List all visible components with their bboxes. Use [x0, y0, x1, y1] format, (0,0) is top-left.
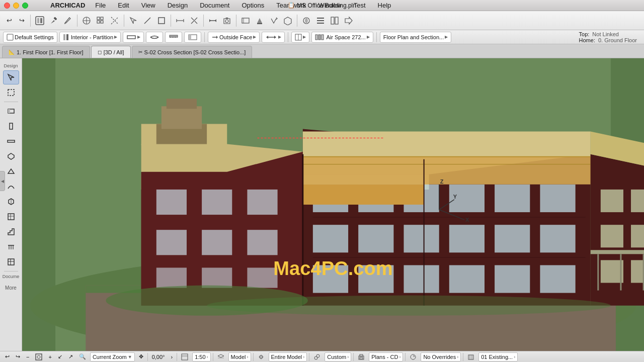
- scale-dropdown[interactable]: 1:50 ›: [192, 352, 210, 361]
- wall-tool[interactable]: [3, 104, 19, 118]
- display-button[interactable]: [300, 14, 313, 28]
- camera-button[interactable]: [220, 14, 233, 28]
- menu-file[interactable]: File: [93, 2, 108, 9]
- guidelines-button[interactable]: [108, 14, 121, 28]
- toolbar-collapse-handle[interactable]: ◀: [0, 171, 5, 191]
- no-overrides-dropdown[interactable]: No Overrides ›: [421, 352, 461, 361]
- zoom-next-btn[interactable]: ↗: [66, 352, 75, 361]
- separator-4: [171, 15, 171, 27]
- mesh-tool[interactable]: [3, 210, 19, 224]
- menu-help[interactable]: Help: [376, 2, 393, 9]
- top-label: Top:: [579, 31, 590, 37]
- outside-face-dropdown[interactable]: Outside Face ▶: [208, 32, 260, 43]
- menu-view[interactable]: View: [139, 2, 157, 9]
- angle-nav-icon: ›: [171, 354, 173, 360]
- window-title: 📋 MS Office Building.pln: [288, 2, 356, 9]
- shell-tool[interactable]: [3, 179, 19, 194]
- menu-document[interactable]: Document: [198, 2, 231, 9]
- trim-button[interactable]: [188, 14, 201, 28]
- tab-first-floor[interactable]: 📐 1. First Floor [1. First Floor]: [2, 46, 90, 58]
- angle-arrow[interactable]: ›: [169, 352, 175, 361]
- wall-type-dropdown[interactable]: Interior - Partition ▶: [59, 32, 121, 43]
- traffic-lights: [4, 3, 28, 9]
- floor-plan-dropdown[interactable]: Floor Plan and Section... ▶: [380, 32, 451, 43]
- svg-marker-152: [218, 354, 224, 357]
- hammer-button[interactable]: [47, 14, 60, 28]
- find-btn[interactable]: 🔍: [77, 352, 88, 361]
- left-sep-1: [4, 102, 18, 102]
- svg-rect-93: [156, 230, 187, 255]
- svg-rect-69: [8, 259, 14, 265]
- pan-tool-btn[interactable]: ✥: [137, 352, 145, 361]
- measure-button[interactable]: [174, 14, 187, 28]
- menu-design[interactable]: Design: [166, 2, 190, 9]
- snap-button[interactable]: [80, 14, 93, 28]
- top-value: Not Linked: [592, 31, 619, 37]
- railing-tool[interactable]: [3, 240, 19, 254]
- stair-tool[interactable]: [3, 225, 19, 239]
- roof-tool[interactable]: [3, 164, 19, 178]
- zoom-previous-btn[interactable]: ↙: [56, 352, 64, 361]
- arrow-tool[interactable]: [127, 14, 140, 28]
- section-button[interactable]: [206, 14, 219, 28]
- structure-type-dropdown[interactable]: ▶: [291, 32, 309, 43]
- main-toolbar: ↩ ↪: [0, 11, 644, 30]
- wall-shape-curved[interactable]: [146, 32, 163, 43]
- more-tools[interactable]: More: [3, 281, 19, 295]
- custom-dropdown[interactable]: Custom ›: [325, 352, 351, 361]
- rectangle-tool[interactable]: [155, 14, 168, 28]
- dimension-button[interactable]: [267, 14, 280, 28]
- properties-button[interactable]: [314, 14, 327, 28]
- statusbar-redo[interactable]: ↪: [14, 352, 22, 361]
- fullscreen-button[interactable]: [22, 3, 28, 9]
- print-icon-item: [356, 352, 367, 361]
- svg-rect-35: [335, 17, 338, 24]
- element-settings-button[interactable]: [33, 14, 46, 28]
- elevation-button[interactable]: [239, 14, 252, 28]
- wall-type-label: Interior - Partition: [71, 34, 113, 40]
- statusbar-undo[interactable]: ↩: [3, 352, 12, 361]
- marquee-tool[interactable]: [3, 85, 19, 100]
- existing-label: 01 Existing...: [481, 354, 513, 360]
- entire-model-dropdown[interactable]: Entire Model ›: [269, 352, 307, 361]
- plans-cd-dropdown[interactable]: Plans - CD ›: [369, 352, 403, 361]
- default-settings-dropdown[interactable]: Default Settings: [3, 32, 57, 43]
- existing-dropdown[interactable]: 01 Existing... ›: [478, 352, 518, 361]
- slab-tool[interactable]: [3, 149, 19, 163]
- zoom-dropdown[interactable]: Current Zoom ▼: [90, 352, 135, 361]
- close-button[interactable]: [4, 3, 10, 9]
- canvas-area[interactable]: Z X Y Mac4PC.com: [22, 58, 644, 351]
- zoom-out-btn[interactable]: −: [24, 352, 31, 361]
- beam-tool[interactable]: [3, 134, 19, 148]
- tab-3d-all[interactable]: ◻ [3D / All]: [91, 46, 131, 58]
- more-button[interactable]: [342, 14, 355, 28]
- minimize-button[interactable]: [13, 3, 19, 9]
- wall-reference-line[interactable]: [165, 32, 182, 43]
- wall-shape-straight[interactable]: ▶: [123, 32, 144, 43]
- tab-cross-section[interactable]: ✂ S-02 Cross Section [S-02 Cross Sectio.…: [132, 46, 253, 58]
- fill-button[interactable]: [253, 14, 266, 28]
- library-button[interactable]: [328, 14, 341, 28]
- arrow-select-tool[interactable]: [3, 70, 19, 84]
- direction-arrows[interactable]: ▶: [262, 32, 285, 43]
- model-label: Model: [231, 354, 246, 360]
- grid-button[interactable]: [94, 14, 107, 28]
- wall-composite[interactable]: [184, 32, 201, 43]
- separator-7: [297, 15, 297, 27]
- undo-button[interactable]: ↩: [3, 14, 15, 28]
- air-space-dropdown[interactable]: Air Space 272... ▶: [311, 32, 373, 43]
- zoom-in-btn[interactable]: +: [46, 352, 53, 361]
- pencil-button[interactable]: [61, 14, 74, 28]
- zoom-fit-btn[interactable]: [33, 352, 44, 361]
- redo-button[interactable]: ↪: [16, 14, 28, 28]
- model-dropdown[interactable]: Model ›: [228, 352, 251, 361]
- line-tool[interactable]: [141, 14, 154, 28]
- menu-edit[interactable]: Edit: [116, 2, 131, 9]
- curtainwall-tool[interactable]: [3, 255, 19, 269]
- statusbar: ↩ ↪ − + ↙ ↗ 🔍 Current Zoom ▼ ✥ 0,00° › 1…: [0, 351, 644, 362]
- menu-options[interactable]: Options: [239, 2, 266, 9]
- sb-sep-6: [353, 353, 354, 361]
- object-button[interactable]: [281, 14, 294, 28]
- column-tool[interactable]: [3, 119, 19, 133]
- morph-tool[interactable]: [3, 195, 19, 209]
